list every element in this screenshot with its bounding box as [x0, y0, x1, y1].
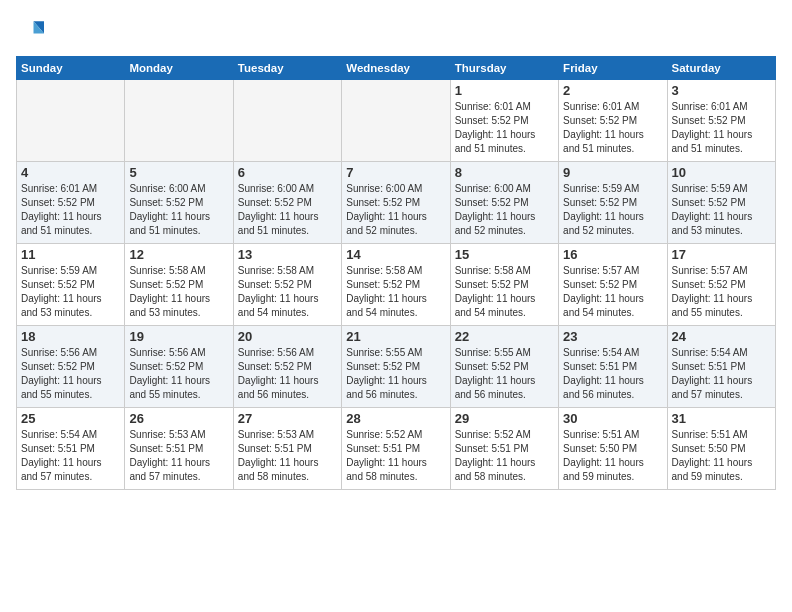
calendar-cell: 17Sunrise: 5:57 AMSunset: 5:52 PMDayligh… — [667, 244, 775, 326]
day-number: 16 — [563, 247, 662, 262]
day-info: Sunrise: 6:01 AMSunset: 5:52 PMDaylight:… — [672, 100, 771, 156]
day-number: 29 — [455, 411, 554, 426]
day-number: 7 — [346, 165, 445, 180]
day-info: Sunrise: 5:59 AMSunset: 5:52 PMDaylight:… — [672, 182, 771, 238]
day-info: Sunrise: 5:54 AMSunset: 5:51 PMDaylight:… — [21, 428, 120, 484]
day-info: Sunrise: 5:52 AMSunset: 5:51 PMDaylight:… — [346, 428, 445, 484]
day-info: Sunrise: 5:53 AMSunset: 5:51 PMDaylight:… — [238, 428, 337, 484]
day-number: 17 — [672, 247, 771, 262]
day-number: 1 — [455, 83, 554, 98]
day-number: 13 — [238, 247, 337, 262]
calendar-cell: 13Sunrise: 5:58 AMSunset: 5:52 PMDayligh… — [233, 244, 341, 326]
calendar-header-friday: Friday — [559, 57, 667, 80]
day-number: 10 — [672, 165, 771, 180]
day-info: Sunrise: 5:56 AMSunset: 5:52 PMDaylight:… — [21, 346, 120, 402]
calendar-cell: 11Sunrise: 5:59 AMSunset: 5:52 PMDayligh… — [17, 244, 125, 326]
day-number: 5 — [129, 165, 228, 180]
calendar-cell — [233, 80, 341, 162]
calendar-cell: 26Sunrise: 5:53 AMSunset: 5:51 PMDayligh… — [125, 408, 233, 490]
day-number: 30 — [563, 411, 662, 426]
calendar-cell — [17, 80, 125, 162]
day-number: 31 — [672, 411, 771, 426]
calendar-header-monday: Monday — [125, 57, 233, 80]
calendar-cell: 8Sunrise: 6:00 AMSunset: 5:52 PMDaylight… — [450, 162, 558, 244]
calendar-cell: 4Sunrise: 6:01 AMSunset: 5:52 PMDaylight… — [17, 162, 125, 244]
calendar-header-wednesday: Wednesday — [342, 57, 450, 80]
calendar-cell: 3Sunrise: 6:01 AMSunset: 5:52 PMDaylight… — [667, 80, 775, 162]
day-info: Sunrise: 5:58 AMSunset: 5:52 PMDaylight:… — [346, 264, 445, 320]
calendar-cell: 10Sunrise: 5:59 AMSunset: 5:52 PMDayligh… — [667, 162, 775, 244]
day-info: Sunrise: 5:56 AMSunset: 5:52 PMDaylight:… — [129, 346, 228, 402]
calendar-header-row: SundayMondayTuesdayWednesdayThursdayFrid… — [17, 57, 776, 80]
calendar-week-3: 18Sunrise: 5:56 AMSunset: 5:52 PMDayligh… — [17, 326, 776, 408]
day-number: 28 — [346, 411, 445, 426]
calendar-cell: 18Sunrise: 5:56 AMSunset: 5:52 PMDayligh… — [17, 326, 125, 408]
day-number: 19 — [129, 329, 228, 344]
day-number: 8 — [455, 165, 554, 180]
day-number: 12 — [129, 247, 228, 262]
day-info: Sunrise: 5:59 AMSunset: 5:52 PMDaylight:… — [563, 182, 662, 238]
day-number: 18 — [21, 329, 120, 344]
calendar-cell — [125, 80, 233, 162]
calendar-cell: 5Sunrise: 6:00 AMSunset: 5:52 PMDaylight… — [125, 162, 233, 244]
calendar-week-4: 25Sunrise: 5:54 AMSunset: 5:51 PMDayligh… — [17, 408, 776, 490]
day-number: 15 — [455, 247, 554, 262]
day-number: 3 — [672, 83, 771, 98]
calendar-cell: 6Sunrise: 6:00 AMSunset: 5:52 PMDaylight… — [233, 162, 341, 244]
calendar-cell: 30Sunrise: 5:51 AMSunset: 5:50 PMDayligh… — [559, 408, 667, 490]
calendar-cell — [342, 80, 450, 162]
day-info: Sunrise: 5:54 AMSunset: 5:51 PMDaylight:… — [563, 346, 662, 402]
day-info: Sunrise: 5:52 AMSunset: 5:51 PMDaylight:… — [455, 428, 554, 484]
calendar-cell: 28Sunrise: 5:52 AMSunset: 5:51 PMDayligh… — [342, 408, 450, 490]
calendar-cell: 14Sunrise: 5:58 AMSunset: 5:52 PMDayligh… — [342, 244, 450, 326]
calendar-cell: 15Sunrise: 5:58 AMSunset: 5:52 PMDayligh… — [450, 244, 558, 326]
day-info: Sunrise: 6:01 AMSunset: 5:52 PMDaylight:… — [21, 182, 120, 238]
calendar-cell: 22Sunrise: 5:55 AMSunset: 5:52 PMDayligh… — [450, 326, 558, 408]
day-number: 9 — [563, 165, 662, 180]
day-info: Sunrise: 5:58 AMSunset: 5:52 PMDaylight:… — [455, 264, 554, 320]
day-info: Sunrise: 5:53 AMSunset: 5:51 PMDaylight:… — [129, 428, 228, 484]
calendar-cell: 16Sunrise: 5:57 AMSunset: 5:52 PMDayligh… — [559, 244, 667, 326]
day-info: Sunrise: 5:54 AMSunset: 5:51 PMDaylight:… — [672, 346, 771, 402]
day-number: 14 — [346, 247, 445, 262]
day-number: 23 — [563, 329, 662, 344]
calendar-cell: 12Sunrise: 5:58 AMSunset: 5:52 PMDayligh… — [125, 244, 233, 326]
day-info: Sunrise: 6:00 AMSunset: 5:52 PMDaylight:… — [129, 182, 228, 238]
calendar-cell: 1Sunrise: 6:01 AMSunset: 5:52 PMDaylight… — [450, 80, 558, 162]
day-number: 2 — [563, 83, 662, 98]
day-info: Sunrise: 5:55 AMSunset: 5:52 PMDaylight:… — [346, 346, 445, 402]
logo-icon — [16, 16, 44, 44]
day-info: Sunrise: 6:00 AMSunset: 5:52 PMDaylight:… — [346, 182, 445, 238]
calendar-header-thursday: Thursday — [450, 57, 558, 80]
day-info: Sunrise: 6:00 AMSunset: 5:52 PMDaylight:… — [455, 182, 554, 238]
calendar-cell: 9Sunrise: 5:59 AMSunset: 5:52 PMDaylight… — [559, 162, 667, 244]
calendar-header-sunday: Sunday — [17, 57, 125, 80]
day-number: 6 — [238, 165, 337, 180]
day-number: 4 — [21, 165, 120, 180]
calendar-week-2: 11Sunrise: 5:59 AMSunset: 5:52 PMDayligh… — [17, 244, 776, 326]
day-info: Sunrise: 6:01 AMSunset: 5:52 PMDaylight:… — [455, 100, 554, 156]
calendar-cell: 2Sunrise: 6:01 AMSunset: 5:52 PMDaylight… — [559, 80, 667, 162]
day-number: 27 — [238, 411, 337, 426]
calendar-cell: 24Sunrise: 5:54 AMSunset: 5:51 PMDayligh… — [667, 326, 775, 408]
day-info: Sunrise: 5:56 AMSunset: 5:52 PMDaylight:… — [238, 346, 337, 402]
calendar-header-tuesday: Tuesday — [233, 57, 341, 80]
calendar-week-1: 4Sunrise: 6:01 AMSunset: 5:52 PMDaylight… — [17, 162, 776, 244]
day-info: Sunrise: 5:59 AMSunset: 5:52 PMDaylight:… — [21, 264, 120, 320]
calendar: SundayMondayTuesdayWednesdayThursdayFrid… — [16, 56, 776, 490]
day-number: 21 — [346, 329, 445, 344]
day-info: Sunrise: 5:57 AMSunset: 5:52 PMDaylight:… — [672, 264, 771, 320]
day-info: Sunrise: 6:00 AMSunset: 5:52 PMDaylight:… — [238, 182, 337, 238]
page-header — [16, 16, 776, 44]
day-info: Sunrise: 5:51 AMSunset: 5:50 PMDaylight:… — [672, 428, 771, 484]
day-number: 24 — [672, 329, 771, 344]
calendar-cell: 7Sunrise: 6:00 AMSunset: 5:52 PMDaylight… — [342, 162, 450, 244]
day-number: 20 — [238, 329, 337, 344]
calendar-cell: 29Sunrise: 5:52 AMSunset: 5:51 PMDayligh… — [450, 408, 558, 490]
calendar-cell: 20Sunrise: 5:56 AMSunset: 5:52 PMDayligh… — [233, 326, 341, 408]
calendar-cell: 25Sunrise: 5:54 AMSunset: 5:51 PMDayligh… — [17, 408, 125, 490]
day-number: 26 — [129, 411, 228, 426]
day-info: Sunrise: 5:58 AMSunset: 5:52 PMDaylight:… — [238, 264, 337, 320]
day-number: 11 — [21, 247, 120, 262]
day-number: 25 — [21, 411, 120, 426]
